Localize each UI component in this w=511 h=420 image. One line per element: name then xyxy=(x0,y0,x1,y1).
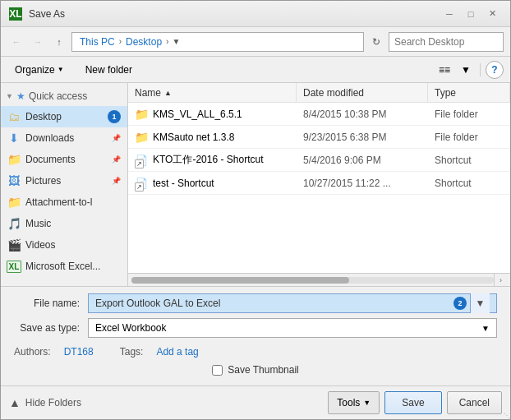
footer: ▲ Hide Folders Tools ▼ Save Cancel xyxy=(1,385,510,419)
tags-label: Tags: xyxy=(120,346,144,358)
file-date-cell: 9/23/2015 6:38 PM xyxy=(297,132,428,143)
dialog-title: Save As xyxy=(29,8,65,20)
save-thumbnail-label[interactable]: Save Thumbnail xyxy=(212,364,299,376)
desktop-badge: 1 xyxy=(108,110,121,123)
navigation-toolbar: ← → ↑ This PC › Desktop › ▼ ↻ 🔍 xyxy=(1,27,510,57)
organize-button[interactable]: Organize ▼ xyxy=(7,61,71,79)
new-folder-label: New folder xyxy=(85,64,132,76)
sidebar-item-label-pictures: Pictures xyxy=(25,175,107,187)
forward-button[interactable]: → xyxy=(29,33,47,51)
search-box: 🔍 xyxy=(389,32,504,52)
shortcut-icon: 📄 ↗ xyxy=(135,177,148,190)
save-button[interactable]: Save xyxy=(384,391,441,414)
file-date-cell: 5/4/2016 9:06 PM xyxy=(297,155,428,166)
table-row[interactable]: 📁 KMSauto net 1.3.8 9/23/2015 6:38 PM Fi… xyxy=(128,126,510,149)
sidebar-item-videos[interactable]: 🎬 Videos xyxy=(1,234,127,256)
table-row[interactable]: 📁 KMS_VL_ALL_6.5.1 8/4/2015 10:38 PM Fil… xyxy=(128,103,510,126)
table-row[interactable]: 📄 ↗ test - Shortcut 10/27/2015 11:22 ...… xyxy=(128,172,510,195)
tools-dropdown-arrow: ▼ xyxy=(363,399,371,407)
action-bar: Organize ▼ New folder ≡≡ ▼ ? xyxy=(1,57,510,83)
file-name: KMS_VL_ALL_6.5.1 xyxy=(153,108,242,120)
minimize-button[interactable]: ─ xyxy=(440,6,459,22)
save-thumbnail-checkbox[interactable] xyxy=(212,365,223,376)
pin-icon-documents: 📌 xyxy=(112,155,121,164)
sidebar: ▼ ★ Quick access 🗂 Desktop 1 ⬇ Downloads… xyxy=(1,83,128,286)
crumb-desktop[interactable]: Desktop xyxy=(123,35,164,48)
sidebar-item-documents[interactable]: 📁 Documents 📌 xyxy=(1,149,127,170)
attachment-icon: 📁 xyxy=(7,196,21,209)
view-dropdown-button[interactable]: ▼ xyxy=(457,61,475,79)
hide-folders-label: Hide Folders xyxy=(25,397,81,408)
cancel-button[interactable]: Cancel xyxy=(447,391,502,414)
sidebar-item-attachment[interactable]: 📁 Attachment-to-l xyxy=(1,192,127,213)
save-as-dialog: XL Save As ─ □ ✕ ← → ↑ This PC › Desktop… xyxy=(0,0,511,420)
file-name-dropdown-button[interactable]: ▼ xyxy=(470,293,490,313)
back-button[interactable]: ← xyxy=(7,33,25,51)
up-button[interactable]: ↑ xyxy=(50,33,68,51)
address-dropdown-button[interactable]: ▼ xyxy=(172,37,180,46)
tools-button[interactable]: Tools ▼ xyxy=(328,391,380,414)
file-name-cell: 📄 ↗ KTO工作-2016 - Shortcut xyxy=(128,153,297,167)
shortcut-icon: 📄 ↗ xyxy=(135,154,148,167)
sidebar-item-label-attachment: Attachment-to-l xyxy=(25,196,121,208)
folder-icon: 📁 xyxy=(135,108,148,121)
file-type-cell: Shortcut xyxy=(428,178,510,189)
breadcrumb: This PC › Desktop › xyxy=(77,35,168,48)
sidebar-item-desktop[interactable]: 🗂 Desktop 1 xyxy=(1,106,127,127)
hide-folders-button[interactable]: ▲ Hide Folders xyxy=(9,396,81,409)
save-as-type-dropdown[interactable]: Excel Workbook ▼ xyxy=(88,318,497,338)
horizontal-scrollbar[interactable] xyxy=(131,277,494,284)
bottom-section: File name: Export Outlook GAL to Excel 2… xyxy=(1,286,510,385)
view-list-button[interactable]: ≡≡ xyxy=(435,61,453,79)
save-thumbnail-text: Save Thumbnail xyxy=(228,364,299,376)
hide-folders-icon: ▲ xyxy=(9,396,21,409)
sidebar-item-label-documents: Documents xyxy=(25,154,107,165)
table-row[interactable]: 📄 ↗ KTO工作-2016 - Shortcut 5/4/2016 9:06 … xyxy=(128,149,510,172)
pin-icon-pictures: 📌 xyxy=(112,177,121,185)
title-bar: XL Save As ─ □ ✕ xyxy=(1,1,510,27)
file-name-label: File name: xyxy=(14,298,88,309)
music-icon: 🎵 xyxy=(7,217,21,230)
sidebar-item-pictures[interactable]: 🖼 Pictures 📌 xyxy=(1,170,127,192)
col-header-date[interactable]: Date modified xyxy=(297,83,428,102)
folder-icon: 📁 xyxy=(135,131,148,144)
scrollbar-thumb xyxy=(131,277,349,284)
quick-access-header[interactable]: ▼ ★ Quick access xyxy=(1,86,127,106)
refresh-button[interactable]: ↻ xyxy=(367,33,385,51)
file-list: 📁 KMS_VL_ALL_6.5.1 8/4/2015 10:38 PM Fil… xyxy=(128,103,510,273)
address-bar: This PC › Desktop › ▼ xyxy=(71,32,364,52)
sidebar-item-music[interactable]: 🎵 Music xyxy=(1,213,127,234)
pin-icon-downloads: 📌 xyxy=(112,134,121,142)
main-content: ▼ ★ Quick access 🗂 Desktop 1 ⬇ Downloads… xyxy=(1,83,510,286)
file-area: Name ▲ Date modified Type 📁 KMS_VL_ALL_6… xyxy=(128,83,510,286)
file-name-value[interactable]: Export Outlook GAL to Excel xyxy=(95,298,450,309)
search-input[interactable] xyxy=(394,36,511,48)
pictures-icon: 🖼 xyxy=(7,174,21,187)
videos-icon: 🎬 xyxy=(7,238,21,252)
excel-file-icon: XL xyxy=(7,260,21,273)
file-name: KTO工作-2016 - Shortcut xyxy=(153,153,264,167)
excel-icon: XL xyxy=(9,7,22,21)
star-icon: ★ xyxy=(16,90,25,102)
maximize-button[interactable]: □ xyxy=(461,6,481,22)
file-name-cell: 📄 ↗ test - Shortcut xyxy=(128,177,297,190)
sidebar-item-label-desktop: Desktop xyxy=(25,111,101,122)
scroll-right-button[interactable]: › xyxy=(494,274,507,287)
close-button[interactable]: ✕ xyxy=(482,6,502,22)
file-date-cell: 10/27/2015 11:22 ... xyxy=(297,178,428,189)
file-name-cell: 📁 KMSauto net 1.3.8 xyxy=(128,131,297,144)
help-button[interactable]: ? xyxy=(486,61,504,79)
thumbnail-row: Save Thumbnail xyxy=(14,361,497,379)
col-header-type[interactable]: Type xyxy=(428,83,510,102)
crumb-this-pc[interactable]: This PC xyxy=(77,35,117,48)
tags-value[interactable]: Add a tag xyxy=(156,346,198,358)
authors-value[interactable]: DT168 xyxy=(64,346,94,358)
resize-handle[interactable]: ⋱ xyxy=(500,409,510,419)
sidebar-item-excel[interactable]: XL Microsoft Excel... xyxy=(1,256,127,277)
new-folder-button[interactable]: New folder xyxy=(78,61,140,79)
sidebar-item-downloads[interactable]: ⬇ Downloads 📌 xyxy=(1,127,127,149)
tools-label: Tools xyxy=(337,397,360,408)
sidebar-item-label-videos: Videos xyxy=(25,239,121,251)
col-header-name[interactable]: Name ▲ xyxy=(128,83,297,102)
sidebar-item-label-excel: Microsoft Excel... xyxy=(25,261,121,272)
